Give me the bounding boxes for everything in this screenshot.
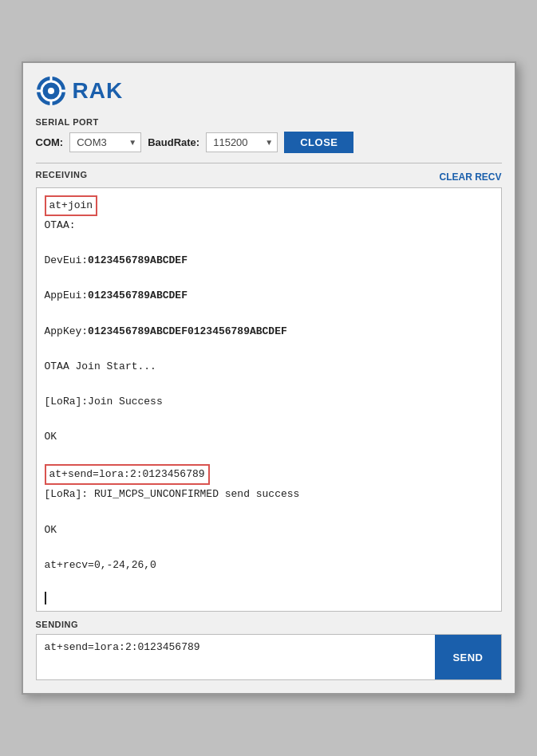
recv-line-send-lora: at+send=lora:2:0123456789 [45,464,210,485]
svg-point-2 [48,88,54,94]
recv-line-join-success: [LoRa]:Join Success [45,393,493,411]
baud-select[interactable]: 9600 19200 38400 57600 115200 [206,132,278,152]
com-label: COM: [36,136,64,148]
recv-line-atjoin: at+join [45,195,98,216]
logo-text: RAK [73,78,124,104]
receiving-label: RECEIVING [36,170,88,179]
recv-line-ok-2: OK [45,522,493,539]
recv-line-unconfirmed: [LoRa]: RUI_MCPS_UNCONFIRMED send succes… [45,486,493,503]
sending-row: at+send=lora:2:0123456789 SEND [36,634,502,680]
divider-1 [36,163,502,163]
receiving-section: RECEIVING CLEAR RECV at+join OTAA: DevEu… [36,170,502,612]
rak-logo-icon [36,76,66,106]
serial-port-section: SERIAL PORT COM: COM1 COM2 COM3 COM4 ▼ B… [36,117,502,153]
recv-line-recv: at+recv=0,-24,26,0 [45,557,493,574]
com-select-wrapper[interactable]: COM1 COM2 COM3 COM4 ▼ [69,132,141,152]
send-button[interactable]: SEND [435,635,500,679]
receiving-header: RECEIVING CLEAR RECV [36,170,502,184]
recv-line-appeui: AppEui:0123456789ABCDEF [45,287,493,305]
close-button[interactable]: CLOSE [284,132,353,153]
main-window: RAK SERIAL PORT COM: COM1 COM2 COM3 COM4… [22,61,516,695]
recv-line-appkey: AppKey:0123456789ABCDEF0123456789ABCDEF [45,323,493,341]
serial-port-label: SERIAL PORT [36,117,502,127]
clear-recv-link[interactable]: CLEAR RECV [439,171,501,183]
baud-select-wrapper[interactable]: 9600 19200 38400 57600 115200 ▼ [206,132,278,152]
sending-label: SENDING [36,620,502,629]
send-input[interactable]: at+send=lora:2:0123456789 [37,635,436,679]
com-select[interactable]: COM1 COM2 COM3 COM4 [69,132,141,152]
cursor-icon [45,592,46,604]
recv-line-ok-1: OK [45,428,493,446]
recv-line-deveui: DevEui:0123456789ABCDEF [45,252,493,270]
serial-port-row: COM: COM1 COM2 COM3 COM4 ▼ BaudRate: 960… [36,132,502,153]
recv-line-otaa-start: OTAA Join Start... [45,358,493,376]
baud-rate-label: BaudRate: [148,136,199,148]
sending-section: SENDING at+send=lora:2:0123456789 SEND [36,620,502,680]
header: RAK [36,76,502,106]
receiving-area: at+join OTAA: DevEui:0123456789ABCDEF Ap… [36,187,502,612]
cursor-line [45,592,493,604]
recv-line-otaa: OTAA: [45,217,493,234]
